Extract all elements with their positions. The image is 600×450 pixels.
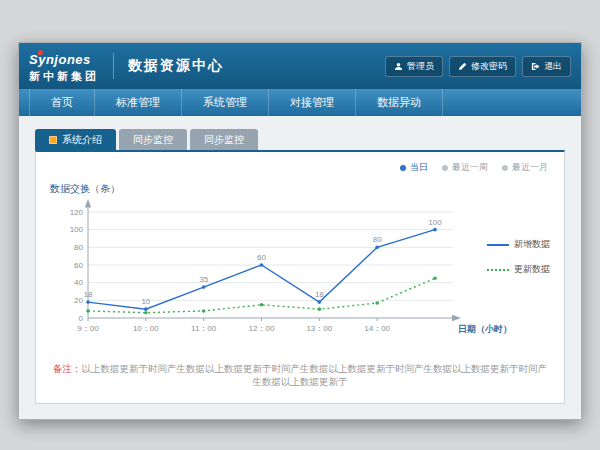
footnote: 备注：以上数据更新于时间产生数据以上数据更新于时间产生数据以上数据更新于时间产生…: [50, 363, 550, 397]
logo-subtext: 新中新集团: [29, 70, 99, 82]
tab-sync-monitor-2-label: 同步监控: [204, 133, 244, 147]
svg-text:12：00: 12：00: [249, 324, 275, 333]
line-chart: 0204060801001209：0010：0011：0012：0013：001…: [50, 198, 550, 353]
dot-icon: [442, 165, 448, 171]
tab-bar: 系统介绍 同步监控 同步监控: [35, 129, 565, 150]
admin-button[interactable]: 管理员: [385, 56, 443, 77]
logo-text: Synjones: [29, 53, 91, 67]
nav-item-interface-mgmt[interactable]: 对接管理: [269, 89, 356, 116]
tab-sync-monitor-1[interactable]: 同步监控: [119, 129, 187, 150]
svg-text:120: 120: [70, 208, 84, 217]
svg-text:20: 20: [74, 296, 83, 305]
legend-updated-data: 更新数据: [487, 263, 550, 276]
svg-text:100: 100: [70, 225, 84, 234]
svg-text:80: 80: [373, 235, 382, 244]
dot-icon: [502, 165, 508, 171]
logout-label: 退出: [544, 60, 562, 73]
user-icon: [394, 62, 403, 71]
admin-button-label: 管理员: [407, 60, 434, 73]
svg-text:100: 100: [428, 218, 442, 227]
app-header: Synjones 新中新集团 数据资源中心 管理员 修改密码: [19, 43, 581, 89]
dotted-line-icon: [487, 269, 509, 271]
svg-text:10: 10: [141, 297, 150, 306]
logout-button[interactable]: 退出: [522, 56, 571, 77]
legend-new-data: 新增数据: [487, 238, 550, 251]
series-legend: 新增数据 更新数据: [487, 238, 550, 276]
svg-text:14：00: 14：00: [364, 324, 390, 333]
legend-new-data-label: 新增数据: [514, 238, 550, 251]
nav-item-system-mgmt[interactable]: 系统管理: [182, 89, 269, 116]
nav-item-standard-mgmt[interactable]: 标准管理: [95, 89, 182, 116]
svg-text:35: 35: [199, 275, 208, 284]
y-axis-title: 数据交换（条）: [50, 182, 550, 196]
svg-text:60: 60: [257, 253, 266, 262]
svg-text:40: 40: [74, 278, 83, 287]
tab-grid-icon: [49, 136, 57, 144]
filter-last-week[interactable]: 最近一周: [442, 161, 488, 174]
solid-line-icon: [487, 244, 509, 246]
change-password-label: 修改密码: [471, 60, 507, 73]
tab-sync-monitor-2[interactable]: 同步监控: [190, 129, 258, 150]
chart-panel: 当日 最近一周 最近一月 数据交换（条） 0204060801001209：00…: [35, 150, 565, 404]
svg-text:60: 60: [74, 261, 83, 270]
tab-system-intro-label: 系统介绍: [62, 133, 102, 147]
footnote-text: 以上数据更新于时间产生数据以上数据更新于时间产生数据以上数据更新于时间产生数据以…: [82, 363, 548, 387]
svg-text:13：00: 13：00: [306, 324, 332, 333]
desktop-background: Synjones 新中新集团 数据资源中心 管理员 修改密码: [0, 0, 600, 450]
chart-area: 0204060801001209：0010：0011：0012：0013：001…: [50, 198, 550, 353]
svg-text:11：00: 11：00: [191, 324, 217, 333]
nav-item-data-change[interactable]: 数据异动: [356, 89, 443, 116]
change-password-button[interactable]: 修改密码: [449, 56, 516, 77]
range-filters: 当日 最近一周 最近一月: [400, 161, 548, 174]
svg-text:80: 80: [74, 243, 83, 252]
nav-item-home[interactable]: 首页: [29, 89, 95, 116]
app-title: 数据资源中心: [113, 53, 224, 79]
tab-sync-monitor-1-label: 同步监控: [133, 133, 173, 147]
header-actions: 管理员 修改密码 退出: [385, 56, 571, 77]
tab-system-intro[interactable]: 系统介绍: [35, 129, 116, 150]
svg-text:0: 0: [79, 314, 84, 323]
filter-today-label: 当日: [410, 161, 428, 174]
app-window: Synjones 新中新集团 数据资源中心 管理员 修改密码: [18, 42, 582, 420]
filter-last-month[interactable]: 最近一月: [502, 161, 548, 174]
content-area: 系统介绍 同步监控 同步监控 当日 最近一周: [19, 116, 581, 404]
filter-today[interactable]: 当日: [400, 161, 428, 174]
svg-text:日期（小时）: 日期（小时）: [458, 324, 512, 334]
brand-logo: Synjones 新中新集团: [29, 50, 99, 82]
svg-text:10：00: 10：00: [133, 324, 159, 333]
edit-icon: [458, 62, 467, 71]
footnote-label: 备注：: [53, 363, 82, 374]
logout-icon: [531, 62, 540, 71]
legend-updated-data-label: 更新数据: [514, 263, 550, 276]
svg-text:18: 18: [315, 290, 324, 299]
filter-last-week-label: 最近一周: [452, 161, 488, 174]
svg-text:18: 18: [84, 290, 93, 299]
svg-text:9：00: 9：00: [77, 324, 99, 333]
dot-icon: [400, 165, 406, 171]
filter-last-month-label: 最近一月: [512, 161, 548, 174]
main-nav: 首页 标准管理 系统管理 对接管理 数据异动: [19, 89, 581, 116]
